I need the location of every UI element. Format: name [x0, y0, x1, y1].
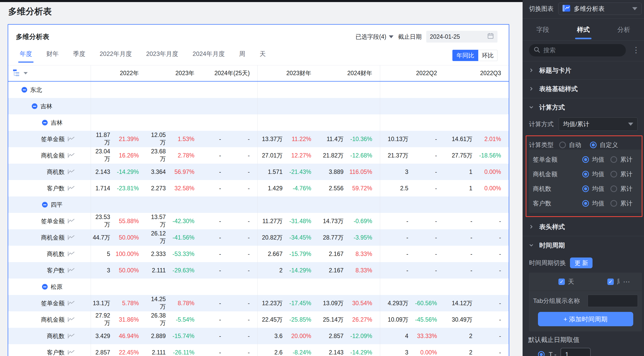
trend-chart-icon[interactable]: [68, 251, 75, 257]
trend-chart-icon[interactable]: [68, 317, 75, 322]
deadline-date-input[interactable]: 2024-01-25: [426, 31, 497, 43]
tree-cell: 客户数: [8, 262, 91, 279]
value-cell: 350.00%: [91, 262, 147, 279]
cell-percent: -14.29%: [283, 267, 311, 274]
value-cell: 26.38万-5.54%: [147, 311, 202, 328]
sum-option: 累计: [610, 155, 632, 164]
period-tab-4[interactable]: 2023年月度: [146, 50, 178, 63]
trend-chart-icon[interactable]: [68, 300, 75, 306]
t-minus-label: T -: [549, 351, 556, 356]
sum-radio[interactable]: [610, 156, 617, 163]
collapse-minus-icon[interactable]: [32, 103, 37, 109]
cell-value: 21.37万: [388, 152, 408, 160]
add-time-period-button[interactable]: + 添加时间周期: [538, 312, 633, 326]
selected-fields-dropdown[interactable]: 已选字段(4): [356, 33, 393, 41]
sidebar-tab-0[interactable]: 字段: [523, 18, 563, 41]
avg-radio[interactable]: [582, 200, 589, 207]
calc-method-row: 计算方式 均值/累计: [529, 117, 638, 131]
yoy-toggle-button[interactable]: 年同比: [452, 50, 478, 61]
period-tab-2[interactable]: 季度: [73, 50, 85, 63]
t-minus-radio[interactable]: [538, 351, 545, 356]
trend-chart-icon[interactable]: [68, 235, 75, 240]
period-tab-5[interactable]: 2024年月度: [193, 50, 225, 63]
calc-method-select[interactable]: 均值/累计: [559, 117, 638, 131]
tab-group-name-input[interactable]: [588, 295, 638, 307]
tree-cell: 吉林: [8, 98, 91, 114]
update-button[interactable]: 更 新: [570, 258, 593, 268]
clipped-checkbox[interactable]: ✓: [607, 279, 614, 285]
cell-percent: -: [221, 349, 250, 356]
t-minus-value-input[interactable]: [560, 348, 591, 356]
period-tab-0[interactable]: 年度: [20, 50, 32, 63]
trend-chart-icon[interactable]: [68, 333, 75, 339]
collapse-minus-icon[interactable]: [42, 284, 48, 290]
chart-type-dropdown[interactable]: 多维分析表: [558, 3, 642, 15]
cell-value: -: [219, 267, 221, 274]
value-cell: 13.1万5.78%: [91, 295, 147, 311]
section-label: 标题与卡片: [539, 66, 571, 75]
calendar-icon: [487, 33, 494, 41]
sum-radio[interactable]: [610, 200, 617, 207]
section-calc-method[interactable]: 计算方式: [529, 98, 638, 116]
trend-chart-icon[interactable]: [68, 169, 75, 175]
cell-value: -: [406, 267, 408, 274]
value-cell: 11.4万-10.36%: [319, 131, 380, 147]
cell-percent: -: [408, 169, 437, 175]
trend-chart-icon[interactable]: [68, 268, 75, 273]
trend-chart-icon[interactable]: [68, 185, 75, 191]
section-table-base[interactable]: 表格基础样式: [529, 80, 638, 98]
avg-radio[interactable]: [582, 185, 589, 192]
value-cell: --: [202, 344, 258, 356]
trend-chart-icon[interactable]: [68, 153, 75, 158]
section-time-period[interactable]: 时间周期: [529, 236, 638, 254]
period-tab-7[interactable]: 天: [259, 50, 266, 63]
kebab-menu-icon[interactable]: ⋮: [632, 46, 640, 54]
value-cell: --: [445, 229, 509, 246]
cell-percent: 1.53%: [166, 136, 194, 143]
cell-percent: -29.63%: [166, 267, 194, 274]
section-title-card[interactable]: 标题与卡片: [529, 61, 638, 80]
overflow-dots-icon[interactable]: ⋯: [623, 278, 630, 286]
collapse-minus-icon[interactable]: [42, 202, 48, 207]
trend-chart-icon[interactable]: [68, 350, 75, 355]
value-cell: --: [202, 131, 258, 147]
chevron-down-icon: [628, 123, 633, 126]
day-checkbox[interactable]: ✓: [558, 279, 565, 285]
period-tab-3[interactable]: 2022年月度: [100, 50, 132, 63]
mom-toggle-button[interactable]: 环比: [478, 50, 497, 61]
calc-type-auto-label: 自动: [569, 141, 581, 149]
cell-value: 2.111: [152, 349, 166, 356]
cell-percent: -: [408, 234, 437, 241]
cell-value: 1: [469, 169, 472, 175]
avg-label: 均值: [592, 185, 604, 193]
period-tab-1[interactable]: 财年: [46, 50, 59, 63]
value-cell: 23.53万55.88%: [91, 213, 147, 229]
empty-cell: [445, 98, 509, 114]
analysis-table: 2022年2023年2024年(25天)2023财年2024财年2022Q220…: [8, 65, 509, 356]
cell-value: -: [219, 169, 221, 175]
collapse-minus-icon[interactable]: [42, 120, 48, 125]
search-box[interactable]: [529, 44, 626, 56]
trend-chart-icon[interactable]: [68, 136, 75, 142]
trend-chart-icon[interactable]: [68, 218, 75, 224]
sum-radio[interactable]: [610, 171, 617, 177]
cell-value: 3.364: [151, 169, 166, 175]
sum-radio[interactable]: [610, 185, 617, 192]
calc-type-custom-radio[interactable]: [590, 142, 597, 148]
tree-structure-icon[interactable]: [12, 69, 21, 78]
tree-collapse-caret-icon[interactable]: [24, 72, 28, 74]
cell-value: 2.143: [329, 349, 344, 356]
empty-cell: [445, 279, 509, 295]
period-tab-6[interactable]: 周: [239, 50, 245, 63]
avg-radio[interactable]: [582, 156, 589, 163]
cell-percent: 116.05%: [344, 169, 372, 175]
calc-type-auto-radio[interactable]: [559, 142, 566, 148]
search-input[interactable]: [543, 47, 615, 54]
metric-options: 均值累计: [582, 155, 632, 164]
section-header-style[interactable]: 表头样式: [529, 217, 638, 236]
collapse-minus-icon[interactable]: [22, 87, 27, 93]
avg-radio[interactable]: [582, 171, 589, 177]
sidebar-tab-2[interactable]: 分析: [604, 18, 644, 41]
sidebar-tab-1[interactable]: 样式: [563, 18, 604, 41]
sum-option: 累计: [610, 170, 632, 178]
